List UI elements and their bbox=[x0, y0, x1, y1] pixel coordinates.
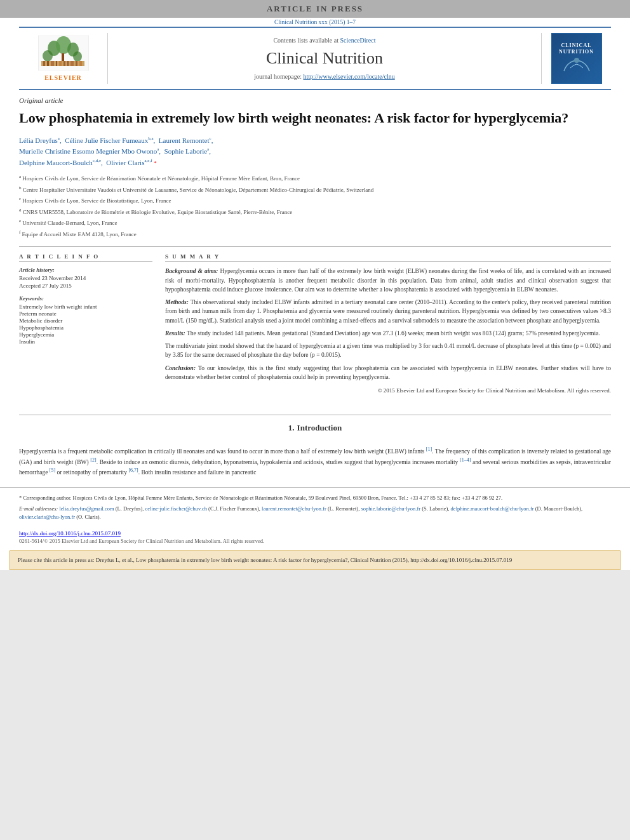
affil-e: e Université Claude-Bernard, Lyon, Franc… bbox=[19, 218, 611, 228]
journal-right: CLINICALNUTRITION bbox=[541, 33, 605, 84]
history-label: Article history: bbox=[19, 267, 152, 273]
authors-block: Lélia Dreyfusa, Céline Julie Fischer Fum… bbox=[19, 135, 611, 169]
keyword-5: Hyperglycemia bbox=[19, 331, 152, 338]
intro-section: 1. Introduction Hyperglycemia is a frequ… bbox=[0, 422, 630, 478]
author-7: Olivier Claris bbox=[106, 159, 144, 166]
journal-logo-icon bbox=[561, 55, 593, 74]
article-info-col: A R T I C L E I N F O Article history: R… bbox=[19, 253, 152, 395]
author-5: Sophie Laborie bbox=[164, 147, 208, 155]
conclusion-paragraph: Conclusion: To our knowledge, this is th… bbox=[165, 364, 611, 382]
journal-header: ELSEVIER Contents lists available at Sci… bbox=[19, 27, 611, 90]
summary-text: Background & aims: Hyperglycemia occurs … bbox=[165, 267, 611, 395]
email-laborie[interactable]: sophie.laborie@chu-lyon.fr bbox=[361, 505, 420, 512]
results-paragraph-2: The multivariate joint model showed that… bbox=[165, 342, 611, 360]
author-4: Murielle Christine Essomo Megnier Mbo Ow… bbox=[19, 147, 157, 155]
doi-line[interactable]: http://dx.doi.org/10.1016/j.clnu.2015.07… bbox=[19, 530, 611, 537]
separator-1 bbox=[19, 246, 611, 247]
email-maucort[interactable]: delphine.maucort-boulch@chu-lyon.fr bbox=[451, 505, 534, 512]
affil-b: b Centre Hospitalier Universitaire Vaudo… bbox=[19, 185, 611, 195]
doi-link[interactable]: http://dx.doi.org/10.1016/j.clnu.2015.07… bbox=[19, 530, 121, 537]
article-title: Low phosphatemia in extremely low birth … bbox=[19, 109, 611, 128]
conclusion-text: To our knowledge, this is the first stud… bbox=[165, 365, 611, 380]
elsevier-wordmark: ELSEVIER bbox=[44, 74, 82, 81]
sciencedirect-link[interactable]: ScienceDirect bbox=[340, 37, 375, 44]
elsevier-tree-logo bbox=[38, 36, 89, 70]
issn-line: 0261-5614/© 2015 Elsevier Ltd and Europe… bbox=[19, 538, 611, 544]
methods-label: Methods: bbox=[165, 299, 191, 305]
keyword-1: Extremely low birth weight infant bbox=[19, 303, 152, 310]
background-label: Background & aims: bbox=[165, 268, 220, 274]
copyright-text: © 2015 Elsevier Ltd and European Society… bbox=[165, 387, 611, 396]
email-remontet[interactable]: laurent.remontet@chu-lyon.fr bbox=[262, 505, 326, 512]
svg-rect-10 bbox=[51, 61, 54, 66]
author-1: Lélia Dreyfus bbox=[19, 137, 58, 144]
contents-line: Contents lists available at ScienceDirec… bbox=[273, 37, 375, 44]
background-text: Hyperglycemia occurs in more than half o… bbox=[165, 268, 611, 293]
conclusion-label: Conclusion: bbox=[165, 365, 198, 371]
citation-line: Clinical Nutrition xxx (2015) 1–7 bbox=[0, 18, 630, 27]
svg-rect-14 bbox=[67, 61, 69, 66]
journal-homepage-link[interactable]: http://www.elsevier.com/locate/clnu bbox=[303, 73, 394, 80]
email-footnote: E-mail addresses: lelia.dreyfus@gmail.co… bbox=[19, 505, 611, 521]
journal-logo-box: CLINICALNUTRITION bbox=[551, 33, 602, 84]
journal-homepage: journal homepage: http://www.elsevier.co… bbox=[254, 73, 395, 80]
svg-rect-11 bbox=[56, 61, 57, 66]
section-number: 1. bbox=[288, 423, 295, 433]
received-date: Received 23 November 2014 bbox=[19, 275, 152, 281]
page-wrapper: ARTICLE IN PRESS Clinical Nutrition xxx … bbox=[0, 0, 630, 570]
email-label: E-mail addresses: bbox=[19, 505, 58, 512]
bottom-notice: Please cite this article in press as: Dr… bbox=[10, 550, 620, 571]
results-text-1: The study included 148 patients. Mean ge… bbox=[187, 330, 600, 337]
section-title-text: Introduction bbox=[297, 423, 342, 433]
svg-point-5 bbox=[43, 50, 53, 62]
results-text-2: The multivariate joint model showed that… bbox=[165, 343, 611, 358]
corresponding-author-note: * Corresponding author. Hospices Civils … bbox=[19, 494, 611, 502]
separator-2 bbox=[19, 415, 611, 415]
results-label: Results: bbox=[165, 330, 187, 337]
keyword-3: Metabolic disorder bbox=[19, 317, 152, 324]
ref-2[interactable]: [2] bbox=[90, 457, 96, 463]
svg-rect-4 bbox=[62, 53, 64, 61]
top-banner: ARTICLE IN PRESS bbox=[0, 0, 630, 18]
methods-paragraph: Methods: This observational study includ… bbox=[165, 298, 611, 325]
svg-point-6 bbox=[73, 51, 82, 62]
article-info-summary: A R T I C L E I N F O Article history: R… bbox=[19, 253, 611, 395]
main-content: Original article Low phosphatemia in ext… bbox=[0, 90, 630, 408]
summary-col: S U M M A R Y Background & aims: Hypergl… bbox=[165, 253, 611, 395]
svg-rect-16 bbox=[76, 61, 77, 66]
affil-d: d CNRS UMR5558, Laboratoire de Biométrie… bbox=[19, 207, 611, 217]
keywords-label: Keywords: bbox=[19, 295, 152, 302]
keyword-4: Hypophosphatemia bbox=[19, 324, 152, 331]
affiliations-list: a Hospices Civils de Lyon, Service de Ré… bbox=[19, 173, 611, 239]
email-claris[interactable]: olivier.claris@chu-lyon.fr bbox=[19, 514, 75, 520]
journal-center: Contents lists available at ScienceDirec… bbox=[108, 33, 541, 84]
author-3: Laurent Remontet bbox=[159, 137, 210, 144]
svg-rect-17 bbox=[79, 61, 82, 66]
article-info-header: A R T I C L E I N F O bbox=[19, 253, 152, 262]
elsevier-logo-area: ELSEVIER bbox=[25, 33, 108, 84]
top-banner-text: ARTICLE IN PRESS bbox=[267, 4, 363, 13]
author-2: Céline Julie Fischer Fumeaux bbox=[65, 137, 148, 144]
ref-5[interactable]: [5] bbox=[50, 467, 55, 473]
ref-1[interactable]: [1] bbox=[426, 446, 432, 452]
affil-f: f Equipe d'Accueil Mixte EAM 4128, Lyon,… bbox=[19, 229, 611, 239]
svg-rect-12 bbox=[59, 61, 62, 66]
svg-point-18 bbox=[574, 58, 579, 63]
ref-6-7[interactable]: [6,7] bbox=[128, 467, 138, 473]
svg-rect-15 bbox=[70, 61, 74, 66]
keyword-6: Insulin bbox=[19, 338, 152, 345]
affil-a: a Hospices Civils de Lyon, Service de Ré… bbox=[19, 173, 611, 183]
email-dreyfus[interactable]: lelia.dreyfus@gmail.com bbox=[59, 505, 114, 512]
bottom-notice-text: Please cite this article in press as: Dr… bbox=[18, 557, 512, 563]
email-fischer[interactable]: celine-julie.fischer@chuv.ch bbox=[145, 505, 207, 512]
accepted-date: Accepted 27 July 2015 bbox=[19, 283, 152, 289]
ref-1-4[interactable]: [1–4] bbox=[460, 457, 471, 463]
section-title-row: 1. Introduction bbox=[19, 422, 611, 439]
journal-logo-text: CLINICALNUTRITION bbox=[559, 43, 594, 56]
journal-title: Clinical Nutrition bbox=[266, 49, 383, 68]
intro-paragraph: Hyperglycemia is a frequent metabolic co… bbox=[19, 446, 611, 478]
results-paragraph: Results: The study included 148 patients… bbox=[165, 329, 611, 338]
affil-c: c Hospices Civils de Lyon, Service de Bi… bbox=[19, 196, 611, 206]
background-paragraph: Background & aims: Hyperglycemia occurs … bbox=[165, 267, 611, 294]
author-6: Delphine Maucort-Boulch bbox=[19, 159, 93, 166]
